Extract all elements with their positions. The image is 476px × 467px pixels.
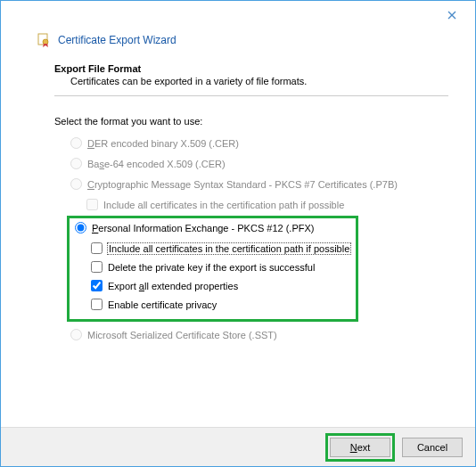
label-pfx-delete-key: Delete the private key if the export is … — [108, 262, 315, 273]
checkbox-pfx-enable-privacy[interactable] — [91, 299, 103, 310]
radio-base64 — [70, 158, 82, 169]
divider — [54, 95, 448, 96]
option-pfx-delete-key[interactable]: Delete the private key if the export is … — [91, 261, 350, 273]
label-pfx-include-chain: Include all certificates in the certific… — [108, 243, 350, 254]
wizard-content: Export File Format Certificates can be e… — [1, 56, 475, 340]
close-button[interactable] — [434, 3, 470, 28]
label-pfx-enable-privacy: Enable certificate privacy — [108, 299, 217, 310]
wizard-title: Certificate Export Wizard — [58, 34, 176, 46]
label-sst: Microsoft Serialized Certificate Store (… — [87, 330, 277, 340]
option-pfx-include-chain[interactable]: Include all certificates in the certific… — [91, 242, 350, 254]
checkbox-pkcs7-include — [86, 199, 98, 210]
option-der: DER encoded binary X.509 (.CER) — [70, 137, 448, 149]
radio-der — [70, 137, 82, 149]
option-pkcs7: Cryptographic Message Syntax Standard - … — [70, 178, 448, 190]
checkbox-pfx-export-extended[interactable] — [91, 280, 103, 291]
next-button[interactable]: Next — [330, 438, 390, 457]
titlebar — [1, 1, 475, 29]
format-options: DER encoded binary X.509 (.CER) Base-64 … — [54, 137, 448, 340]
option-base64: Base-64 encoded X.509 (.CER) — [70, 158, 448, 169]
wizard-header: Certificate Export Wizard — [1, 29, 475, 56]
certificate-icon — [37, 33, 51, 47]
label-pfx: Personal Information Exchange - PKCS #12… — [92, 223, 314, 234]
label-pkcs7-include: Include all certificates in the certific… — [103, 200, 344, 210]
section-title: Export File Format — [54, 63, 448, 74]
option-pfx[interactable]: Personal Information Exchange - PKCS #12… — [75, 222, 350, 234]
section-description: Certificates can be exported in a variet… — [54, 76, 448, 86]
label-der: DER encoded binary X.509 (.CER) — [87, 138, 239, 149]
radio-sst — [70, 329, 82, 340]
option-pfx-enable-privacy[interactable]: Enable certificate privacy — [91, 299, 350, 310]
close-icon — [447, 11, 456, 20]
option-sst: Microsoft Serialized Certificate Store (… — [70, 329, 448, 340]
highlight-pfx-section: Personal Information Exchange - PKCS #12… — [67, 216, 358, 322]
option-pkcs7-include: Include all certificates in the certific… — [86, 199, 448, 210]
cancel-button[interactable]: Cancel — [402, 438, 463, 457]
radio-pfx[interactable] — [75, 222, 86, 234]
option-pfx-export-extended[interactable]: Export all extended properties — [91, 280, 350, 291]
radio-pkcs7 — [70, 178, 82, 190]
wizard-footer: Next Cancel — [1, 427, 475, 466]
wizard-window: Certificate Export Wizard Export File Fo… — [0, 0, 476, 467]
format-prompt: Select the format you want to use: — [54, 116, 448, 127]
label-pfx-export-extended: Export all extended properties — [108, 281, 238, 291]
checkbox-pfx-include-chain[interactable] — [91, 242, 103, 254]
label-pkcs7: Cryptographic Message Syntax Standard - … — [87, 179, 398, 190]
highlight-next: Next — [325, 433, 395, 462]
label-base64: Base-64 encoded X.509 (.CER) — [87, 159, 226, 169]
checkbox-pfx-delete-key[interactable] — [91, 261, 103, 273]
